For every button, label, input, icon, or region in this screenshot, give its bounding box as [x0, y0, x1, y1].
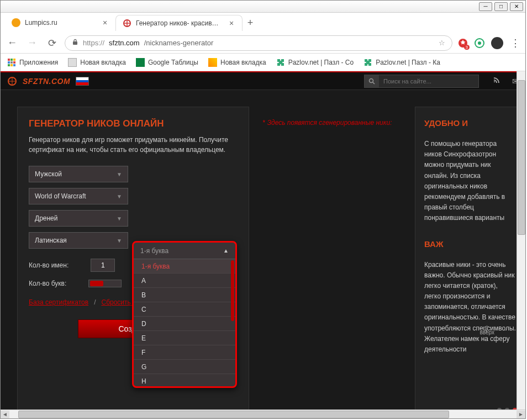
- dropdown-option[interactable]: H: [134, 374, 235, 386]
- svg-line-20: [373, 82, 375, 84]
- scrollbar-thumb[interactable]: [18, 411, 449, 418]
- slider-thumb[interactable]: [90, 281, 103, 286]
- gender-select[interactable]: Мужской▼: [29, 166, 128, 182]
- tab-title: Генератор ников- красивые ни: [136, 19, 223, 27]
- race-select[interactable]: Дреней▼: [29, 210, 128, 227]
- svg-rect-13: [8, 64, 10, 66]
- page-content: SFZTN.COM ✉ ГЕНЕРАТОР НИКОВ ОНЛАЙН Генер…: [1, 71, 525, 418]
- info-panel: УДОБНО И С помощью генератора ников Синх…: [415, 107, 525, 418]
- svg-rect-11: [10, 61, 13, 64]
- results-panel: *Здесь появятся сгенерированные ники:: [255, 107, 409, 418]
- vertical-scrollbar[interactable]: [517, 71, 525, 410]
- svg-rect-9: [13, 59, 15, 61]
- svg-rect-3: [73, 41, 77, 45]
- browser-tab[interactable]: Lumpics.ru ×: [5, 15, 115, 30]
- dropdown-option[interactable]: 1-я буква: [134, 259, 235, 274]
- scroll-left-button[interactable]: ◄: [1, 411, 9, 418]
- dropdown-option[interactable]: B: [134, 288, 235, 302]
- star-icon[interactable]: ☆: [439, 39, 445, 47]
- first-letter-dropdown: 1-я буква ▲ 1-я буква A B C D E F G H: [132, 241, 237, 388]
- favicon-icon: [123, 19, 131, 28]
- extensions: 3 ⋮: [458, 37, 521, 49]
- window-minimize-button[interactable]: ─: [479, 2, 492, 11]
- dropdown-option[interactable]: D: [134, 317, 235, 331]
- url-protocol: https://: [83, 39, 104, 47]
- scroll-top-button[interactable]: ︿ вверх: [479, 322, 494, 335]
- puzzle-icon: [363, 58, 372, 67]
- search-input[interactable]: [379, 78, 478, 85]
- tab-title: Lumpics.ru: [25, 19, 97, 27]
- dropdown-option[interactable]: A: [134, 274, 235, 288]
- window-close-button[interactable]: ✕: [510, 2, 523, 11]
- url-path: /nicknames-generator: [144, 39, 214, 47]
- back-button[interactable]: ←: [5, 36, 19, 50]
- results-placeholder: *Здесь появятся сгенерированные ники:: [262, 119, 402, 127]
- extension-badge: 3: [464, 45, 470, 50]
- page-icon: [68, 58, 77, 67]
- reload-button[interactable]: ⟳: [45, 36, 59, 50]
- window-maximize-button[interactable]: □: [494, 2, 508, 11]
- puzzle-icon: [276, 58, 285, 67]
- extension-icon[interactable]: [475, 38, 484, 48]
- favicon-icon: [12, 18, 20, 27]
- apps-button[interactable]: Приложения: [7, 58, 58, 67]
- browser-menu-button[interactable]: ⋮: [510, 37, 521, 49]
- bookmark-item[interactable]: Pazlov.net | Пазл - Ка: [363, 58, 440, 67]
- sheets-icon: [136, 58, 145, 67]
- logo-icon: [7, 76, 17, 86]
- dropdown-header[interactable]: 1-я буква ▲: [134, 243, 235, 259]
- page-icon: [208, 58, 217, 67]
- certificates-link[interactable]: База сертификатов: [29, 298, 88, 306]
- search-button[interactable]: [365, 75, 379, 87]
- apps-icon: [7, 58, 16, 67]
- dropdown-option[interactable]: G: [134, 360, 235, 374]
- chevron-down-icon: ▼: [117, 193, 122, 200]
- dropdown-scrollbar[interactable]: [231, 260, 234, 321]
- svg-point-19: [370, 78, 373, 82]
- scrollbar-thumb[interactable]: [518, 80, 525, 235]
- site-header: SFZTN.COM ✉: [1, 71, 525, 90]
- rss-icon[interactable]: [492, 76, 501, 86]
- extension-icon[interactable]: 3: [458, 38, 468, 48]
- window-titlebar: ─ □ ✕: [1, 1, 525, 13]
- chevron-up-icon: ▲: [223, 248, 229, 254]
- site-logo[interactable]: SFZTN.COM: [23, 77, 70, 86]
- svg-rect-15: [13, 64, 15, 66]
- dropdown-option[interactable]: C: [134, 302, 235, 317]
- bookmark-item[interactable]: Google Таблицы: [136, 58, 198, 67]
- dropdown-option[interactable]: F: [134, 345, 235, 360]
- chevron-down-icon: ▼: [117, 216, 122, 222]
- info-text: Красивые ники - это очень важно. Обычно …: [424, 260, 516, 355]
- tab-close-button[interactable]: ×: [228, 19, 235, 27]
- new-tab-button[interactable]: +: [243, 15, 258, 30]
- bookmark-item[interactable]: Новая вкладка: [68, 58, 126, 67]
- address-bar[interactable]: https://sfztn.com/nicknames-generator ☆: [65, 35, 452, 51]
- dropdown-list: 1-я буква A B C D E F G H: [134, 259, 235, 386]
- browser-tabs: Lumpics.ru × Генератор ников- красивые н…: [1, 13, 525, 33]
- alphabet-select[interactable]: Латинская▼: [29, 232, 128, 249]
- chevron-down-icon: ▼: [117, 171, 122, 177]
- site-search: [364, 75, 479, 88]
- info-heading: ВАЖ: [424, 239, 516, 249]
- svg-rect-8: [10, 59, 13, 61]
- scroll-right-button[interactable]: ►: [517, 411, 525, 418]
- letters-count-label: Кол-во букв:: [29, 280, 66, 287]
- profile-avatar[interactable]: [491, 37, 503, 49]
- browser-tab[interactable]: Генератор ников- красивые ни ×: [115, 15, 243, 31]
- info-text: С помощью генератора ников Синхрофазотро…: [424, 139, 516, 224]
- bookmark-item[interactable]: Pazlov.net | Пазл - Со: [276, 58, 354, 67]
- tab-close-button[interactable]: ×: [101, 19, 109, 27]
- svg-point-6: [478, 41, 481, 45]
- svg-rect-12: [13, 61, 15, 64]
- url-host: sfztn.com: [109, 39, 140, 47]
- names-count-label: Кол-во имен:: [29, 261, 68, 269]
- horizontal-scrollbar[interactable]: ◄ ►: [1, 410, 525, 418]
- bookmark-item[interactable]: Новая вкладка: [208, 58, 266, 67]
- forward-button[interactable]: →: [25, 36, 39, 50]
- game-select[interactable]: World of Warcraft▼: [29, 188, 128, 204]
- names-count-input[interactable]: [91, 259, 115, 272]
- svg-rect-7: [8, 59, 10, 61]
- flag-icon[interactable]: [76, 77, 89, 86]
- letters-slider[interactable]: [88, 280, 122, 287]
- dropdown-option[interactable]: E: [134, 331, 235, 345]
